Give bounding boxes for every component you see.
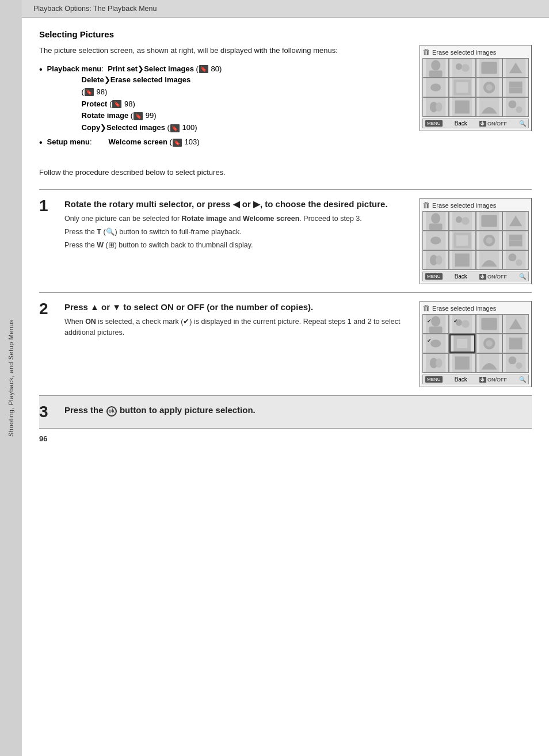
- svg-point-84: [508, 357, 516, 365]
- step-header-1: Rotate the rotary multi selector, or pre…: [64, 198, 411, 210]
- grid-cell: [503, 98, 528, 116]
- book-icon-2: 🔖: [85, 88, 94, 96]
- onoff-label-1: ON/OFF: [487, 274, 507, 280]
- header-title: Playback Options: The Playback Menu: [33, 5, 157, 13]
- svg-point-38: [430, 237, 441, 245]
- step-notes-1: Only one picture can be selected for Rot…: [64, 213, 411, 250]
- camera-screen-top: 🗑 Erase selected images: [420, 45, 532, 131]
- step-3: 3 Press the ok button to apply picture s…: [39, 395, 532, 429]
- camera-small-icon: ⏻: [479, 121, 486, 127]
- chevron-1: ❯: [138, 64, 144, 73]
- svg-point-29: [431, 213, 440, 224]
- svg-point-44: [486, 238, 492, 244]
- camera-screen-2: 🗑 Erase selected images ✔ ✔ ✔: [420, 301, 532, 387]
- svg-rect-81: [455, 357, 470, 370]
- camera-screen-1: 🗑 Erase selected images: [420, 198, 532, 284]
- list-item: • Playback menu: Print set❯Select images…: [39, 63, 402, 134]
- back-label-2: Back: [455, 376, 467, 383]
- camera-grid-1: [422, 211, 529, 270]
- menu-colon-2: :: [90, 138, 109, 146]
- menu-item-content: Playback menu: Print set❯Select images (…: [47, 63, 402, 134]
- camera-small-icon: ⏻: [479, 274, 486, 280]
- grid-cell: [476, 315, 502, 333]
- grid-cell: [423, 59, 448, 77]
- grid-cell: [449, 98, 475, 116]
- svg-rect-2: [429, 71, 443, 77]
- num-80: 80): [209, 64, 222, 73]
- trash-icon-1: 🗑: [422, 201, 430, 209]
- trash-icon-top: 🗑: [422, 48, 430, 56]
- step-number-2: 2: [39, 301, 60, 317]
- step-note: Only one picture can be selected for Rot…: [64, 213, 411, 224]
- svg-rect-30: [429, 224, 443, 230]
- svg-point-49: [436, 255, 442, 265]
- grid-cell: [476, 212, 502, 230]
- svg-point-10: [430, 83, 441, 91]
- svg-rect-53: [506, 251, 525, 269]
- svg-point-33: [462, 217, 470, 226]
- back-label-top: Back: [455, 120, 467, 127]
- svg-point-54: [508, 254, 516, 262]
- menu-path-delete: Delete❯Erase selected images: [82, 74, 402, 86]
- grid-cell: [476, 78, 502, 97]
- ok-button-icon: ok: [106, 406, 117, 417]
- grid-cell: [503, 251, 528, 269]
- menu-colon-1: :: [101, 64, 105, 73]
- camera-footer-1: MENU Back ⏻ ON/OFF 🔍: [422, 272, 529, 281]
- menu-path-protect: (🔖 98): [82, 86, 402, 98]
- menu-item-setup: Setup menu: Welcome screen (🔖 103): [47, 136, 402, 148]
- grid-cell: [423, 231, 448, 250]
- svg-point-32: [456, 216, 462, 223]
- grid-cell: [476, 251, 502, 269]
- menu-path-select: Select images: [144, 64, 194, 73]
- camera-small-icon: ⏻: [479, 377, 486, 383]
- grid-cell: ✔: [423, 334, 448, 353]
- list-item-setup: • Setup menu: Welcome screen (🔖 103): [39, 136, 402, 150]
- grid-cell: ✔: [423, 315, 448, 333]
- menu-paths-block: Delete❯Erase selected images (🔖 98) Prot…: [82, 74, 402, 134]
- camera-footer-2: MENU Back ⏻ ON/OFF 🔍: [422, 375, 529, 384]
- svg-rect-83: [506, 354, 525, 372]
- grid-cell: [423, 78, 448, 97]
- grid-cell: [423, 98, 448, 116]
- menu-label-playback: Playback menu: [47, 64, 102, 73]
- svg-rect-58: [429, 327, 443, 333]
- step-2: 2 Press ▲ or ▼ to select ON or OFF (or t…: [39, 292, 532, 395]
- svg-point-68: [430, 340, 441, 348]
- step-body-1: Rotate the rotary multi selector, or pre…: [64, 198, 411, 253]
- grid-cell: [449, 59, 475, 77]
- onoff-label-top: ON/OFF: [487, 121, 507, 127]
- grid-cell: [503, 334, 528, 353]
- svg-point-16: [486, 84, 492, 90]
- book-icon-6: 🔖: [173, 139, 182, 147]
- camera-screen-title-top: 🗑 Erase selected images: [422, 48, 529, 56]
- book-icon-4: 🔖: [134, 112, 143, 120]
- camera-footer-top: MENU Back ⏻ ON/OFF 🔍: [422, 119, 529, 128]
- step-number-3: 3: [39, 404, 60, 420]
- step-note: Press the W (⊞) button to switch back to…: [64, 240, 411, 251]
- camera-screen-title-2: 🗑 Erase selected images: [422, 304, 529, 312]
- zoom-icon-2: 🔍: [519, 376, 526, 383]
- zoom-icon-1: 🔍: [519, 273, 526, 280]
- step-note: Press the T (🔍) button to switch to full…: [64, 227, 411, 238]
- grid-cell: [423, 354, 448, 372]
- sidebar: Shooting, Playback, and Setup Menus: [0, 0, 22, 756]
- screen-title-2: Erase selected images: [432, 305, 496, 312]
- grid-cell: [449, 78, 475, 97]
- menu-list: • Playback menu: Print set❯Select images…: [39, 63, 402, 150]
- svg-rect-51: [455, 254, 470, 267]
- steps-container: 1 Rotate the rotary multi selector, or p…: [39, 189, 532, 429]
- svg-text:✔: ✔: [454, 318, 459, 324]
- grid-cell: [476, 98, 502, 116]
- svg-point-62: [462, 320, 470, 329]
- bullet-icon: •: [39, 63, 43, 77]
- bullet-icon-2: •: [39, 136, 43, 150]
- screen-title-1: Erase selected images: [432, 202, 496, 209]
- section-title: Selecting Pictures: [39, 29, 532, 39]
- step-note: When ON is selected, a check mark (✔) is…: [64, 316, 411, 338]
- svg-rect-13: [456, 82, 468, 93]
- onoff-button-top: ⏻ ON/OFF: [479, 121, 507, 127]
- grid-cell: [449, 334, 475, 353]
- header-bar: Playback Options: The Playback Menu: [22, 0, 549, 18]
- book-icon-5: 🔖: [170, 124, 180, 132]
